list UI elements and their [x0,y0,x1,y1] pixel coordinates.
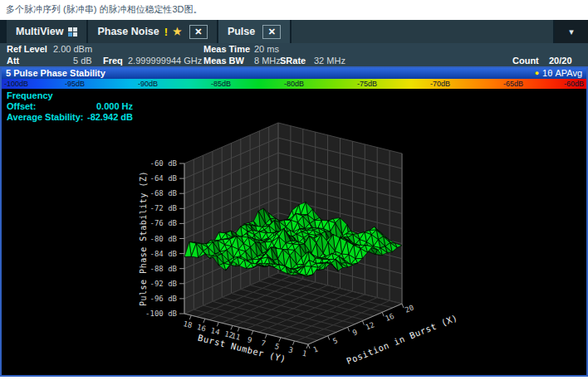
freq-label: Freq [103,55,123,66]
tab-multiview-label: MultiView [16,26,63,37]
trace-bullet-icon: ● [535,68,539,79]
colorbar-label: -70dB [430,79,450,89]
window-titlebar[interactable]: 5 Pulse Phase Stability ● 1θ APAvg [2,68,586,79]
colorbar-label: -85dB [211,79,231,89]
chevron-down-icon: ▾ [569,27,574,37]
srate-value: 32 MHz [314,55,345,66]
readout-block: Frequency Offset:0.000 Hz Average Stabil… [7,90,133,123]
ref-level-value: 2.00 dBm [53,43,92,55]
tab-bar-empty-strip [292,20,553,43]
trace-label: 1θ APAvg [542,68,582,79]
tab-bar: MultiView Phase Noise ! ★ ✕ Pulse ✕ ▾ [0,20,588,43]
tab-multiview[interactable]: MultiView [7,20,86,43]
window-title: 5 Pulse Phase Stability [6,68,105,79]
colorbar-label: -100dB [4,79,28,89]
close-pulse-tab-button[interactable]: ✕ [262,25,281,39]
freq-value: 2.999999944 GHz [128,55,202,66]
pulse-phase-stability-window: 5 Pulse Phase Stability ● 1θ APAvg -100d… [0,66,588,377]
star-icon: ★ [173,26,182,37]
average-stability-label: Average Stability: [7,112,85,123]
count-value: 20/20 [549,55,572,66]
colorbar-label: -65dB [503,79,523,89]
count-label: Count [512,55,539,66]
att-value: 5 dB [73,55,92,66]
trace-indicator: ● 1θ APAvg [535,68,582,79]
frequency-offset-row: Frequency Offset:0.000 Hz [7,90,133,112]
ref-level-label: Ref Level [7,43,47,55]
srate-label: SRate [280,55,306,66]
multiview-grid-icon [68,27,77,37]
meas-time-label: Meas Time [203,43,250,55]
tab-pulse-label: Pulse [228,26,255,37]
colorbar-label: -75dB [357,79,377,89]
tab-phase-noise-label: Phase Noise [97,26,159,37]
tab-phase-noise[interactable]: Phase Noise ! ★ ✕ [88,20,216,43]
tab-pulse[interactable]: Pulse ✕ [218,20,290,43]
frequency-offset-label: Frequency Offset: [7,90,85,112]
colorbar-label: -90dB [138,79,158,89]
measurement-header: Ref Level 2.00 dBm Meas Time 20 ms Att 5… [0,43,588,66]
frequency-offset-value: 0.000 Hz [85,101,133,112]
alert-icon: ! [164,26,168,38]
average-stability-value: -82.942 dB [85,112,133,123]
colorbar-label: -95dB [65,79,85,89]
caption: 多个脉冲序列 (脉冲串) 的脉冲相位稳定性3D图。 [6,3,203,16]
meas-time-value: 20 ms [254,43,279,55]
att-label: Att [7,55,19,66]
screen: 多个脉冲序列 (脉冲串) 的脉冲相位稳定性3D图。 MultiView Phas… [0,0,588,385]
meas-bw-value: 8 MHz [254,55,281,66]
average-stability-row: Average Stability:-82.942 dB [7,112,133,123]
meas-bw-label: Meas BW [203,55,244,66]
tab-overflow-button[interactable]: ▾ [555,20,588,43]
close-phase-noise-tab-button[interactable]: ✕ [189,25,208,39]
colorbar-label: -60dB [564,79,584,89]
plot-area: Frequency Offset:0.000 Hz Average Stabil… [2,89,586,375]
colorbar-label: -80dB [284,79,304,89]
color-scale: -100dB-95dB-90dB-85dB-80dB-75dB-70dB-65d… [2,79,586,89]
